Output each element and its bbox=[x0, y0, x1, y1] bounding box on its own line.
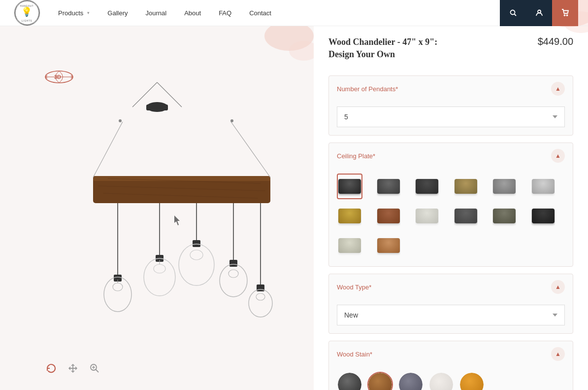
viewer-controls bbox=[44, 361, 101, 375]
svg-point-7 bbox=[564, 15, 565, 16]
wood-type-select[interactable]: New Reclaimed Live Edge bbox=[337, 305, 565, 325]
svg-point-9 bbox=[264, 26, 314, 51]
svg-point-10 bbox=[289, 41, 314, 61]
svg-point-53 bbox=[539, 26, 588, 27]
ceiling-plate-section: Ceiling Plate* ▲ bbox=[328, 142, 573, 267]
stain-grid bbox=[337, 372, 565, 390]
nav-products[interactable]: Products ▾ bbox=[49, 0, 98, 26]
svg-rect-42 bbox=[257, 284, 264, 291]
svg-point-39 bbox=[220, 264, 247, 297]
plate-grid bbox=[337, 174, 565, 258]
header-icons bbox=[500, 0, 578, 26]
plate-item[interactable] bbox=[376, 203, 401, 229]
move-control[interactable] bbox=[66, 361, 80, 375]
plate-item[interactable] bbox=[337, 174, 362, 199]
wood-type-body: New Reclaimed Live Edge bbox=[329, 300, 573, 333]
main-layout: 3D bbox=[0, 26, 588, 390]
pendants-select[interactable]: 1 2 3 4 5 6 7 8 bbox=[337, 106, 565, 127]
plate-item[interactable] bbox=[491, 203, 517, 229]
plate-item[interactable] bbox=[491, 174, 517, 199]
chevron-up-icon: ▲ bbox=[555, 85, 561, 93]
wood-type-label: Wood Type* bbox=[337, 284, 371, 291]
ceiling-plate-header[interactable]: Ceiling Plate* ▲ bbox=[329, 143, 573, 169]
nav-faq[interactable]: FAQ bbox=[210, 0, 240, 26]
ceiling-plate-toggle[interactable]: ▲ bbox=[551, 149, 565, 163]
site-header: 💡 HANGOUT LIGHTS Products ▾ Gallery Jour… bbox=[0, 0, 588, 26]
plate-item[interactable] bbox=[414, 203, 440, 229]
plate-item[interactable] bbox=[530, 203, 556, 229]
product-header: Wood Chandelier - 47" x 9": Design Your … bbox=[328, 36, 573, 66]
product-viewer: 3D bbox=[0, 26, 314, 390]
plate-item[interactable] bbox=[414, 174, 440, 199]
product-panel: Wood Chandelier - 47" x 9": Design Your … bbox=[314, 26, 588, 390]
account-button[interactable] bbox=[526, 0, 552, 26]
wood-type-header[interactable]: Wood Type* ▲ bbox=[329, 274, 573, 300]
rotate-control[interactable] bbox=[44, 361, 58, 375]
svg-rect-34 bbox=[193, 240, 200, 247]
chevron-up-icon: ▲ bbox=[555, 351, 561, 358]
stain-item[interactable] bbox=[367, 372, 393, 390]
pendants-body: 1 2 3 4 5 6 7 8 bbox=[329, 102, 573, 135]
wood-stain-toggle[interactable]: ▲ bbox=[551, 347, 565, 361]
wood-stain-header[interactable]: Wood Stain* ▲ bbox=[329, 341, 573, 367]
wood-stain-label: Wood Stain* bbox=[337, 351, 372, 358]
chevron-up-icon: ▲ bbox=[555, 284, 561, 291]
stain-item[interactable] bbox=[459, 372, 485, 390]
wood-stain-section: Wood Stain* ▲ bbox=[328, 341, 573, 390]
svg-point-54 bbox=[563, 26, 588, 33]
ceiling-plate-body bbox=[329, 169, 573, 266]
pendants-label: Number of Pendants* bbox=[337, 85, 398, 93]
plate-item[interactable] bbox=[453, 174, 479, 199]
product-price: $449.00 bbox=[538, 36, 573, 47]
nav-gallery[interactable]: Gallery bbox=[98, 0, 136, 26]
svg-point-36 bbox=[190, 250, 203, 260]
svg-rect-17 bbox=[146, 105, 168, 110]
svg-point-31 bbox=[154, 264, 165, 273]
ceiling-plate-label: Ceiling Plate* bbox=[337, 152, 375, 160]
main-nav: Products ▾ Gallery Journal About FAQ Con… bbox=[49, 0, 280, 26]
cart-button[interactable] bbox=[552, 0, 578, 26]
product-title: Wood Chandelier - 47" x 9": Design Your … bbox=[328, 36, 447, 61]
stain-item[interactable] bbox=[337, 372, 362, 390]
pendants-section: Number of Pendants* ▲ 1 2 3 4 5 6 7 8 bbox=[328, 75, 573, 136]
dropdown-chevron-icon: ▾ bbox=[87, 10, 90, 15]
plate-item[interactable] bbox=[337, 203, 362, 229]
plate-item[interactable] bbox=[376, 233, 401, 258]
plate-item[interactable] bbox=[376, 174, 401, 199]
nav-about[interactable]: About bbox=[175, 0, 210, 26]
plate-item[interactable] bbox=[337, 233, 362, 258]
chandelier-illustration bbox=[34, 72, 280, 344]
svg-text:LIGHTS: LIGHTS bbox=[22, 20, 33, 22]
svg-point-44 bbox=[256, 293, 265, 300]
stain-item[interactable] bbox=[428, 372, 454, 390]
svg-point-48 bbox=[230, 119, 233, 122]
zoom-control[interactable] bbox=[88, 361, 101, 375]
logo[interactable]: 💡 HANGOUT LIGHTS bbox=[10, 0, 44, 26]
svg-point-4 bbox=[510, 10, 515, 15]
nav-journal[interactable]: Journal bbox=[137, 0, 176, 26]
nav-contact[interactable]: Contact bbox=[240, 0, 280, 26]
svg-text:💡: 💡 bbox=[21, 6, 33, 17]
chevron-up-icon: ▲ bbox=[555, 152, 561, 160]
svg-line-46 bbox=[231, 122, 270, 177]
stain-item[interactable] bbox=[398, 372, 424, 390]
svg-point-47 bbox=[119, 119, 122, 122]
wood-type-toggle[interactable]: ▲ bbox=[551, 280, 565, 294]
wood-type-section: Wood Type* ▲ New Reclaimed Live Edge bbox=[328, 274, 573, 334]
plate-item[interactable] bbox=[530, 174, 556, 199]
svg-line-50 bbox=[96, 370, 99, 373]
decorative-background bbox=[240, 26, 314, 66]
pendants-header[interactable]: Number of Pendants* ▲ bbox=[329, 76, 573, 102]
svg-rect-19 bbox=[93, 176, 270, 181]
svg-rect-38 bbox=[229, 260, 237, 267]
svg-text:HANGOUT: HANGOUT bbox=[20, 5, 34, 7]
svg-line-45 bbox=[93, 122, 123, 177]
plate-item[interactable] bbox=[453, 203, 479, 229]
svg-point-26 bbox=[113, 283, 123, 291]
search-button[interactable] bbox=[500, 0, 526, 26]
pendants-toggle[interactable]: ▲ bbox=[551, 82, 565, 96]
svg-line-5 bbox=[514, 14, 516, 16]
svg-point-8 bbox=[566, 15, 567, 16]
svg-point-40 bbox=[229, 270, 238, 278]
wood-stain-body bbox=[329, 367, 573, 390]
